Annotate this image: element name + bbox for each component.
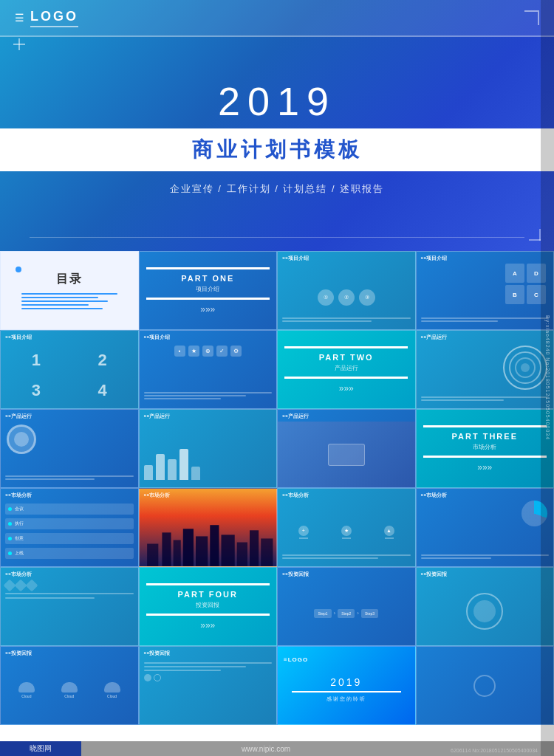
slide-text-lines3 xyxy=(421,395,550,402)
icons-row: ▪ ★ ⊕ ✓ ⚙ xyxy=(140,346,277,357)
subtitle-area: 企业宣传 / 工作计划 / 计划总结 / 述职报告 xyxy=(170,182,385,196)
right-watermark-bar: By:xiao48240 No:20180512150505400034 xyxy=(541,0,554,756)
slide-product-run-3: »»产品运行 xyxy=(139,409,278,488)
part-one-cn: 项目介绍 xyxy=(196,285,219,293)
part-two-bottom xyxy=(284,377,408,379)
svg-rect-5 xyxy=(210,525,219,566)
title-cn: 商业计划书模板 xyxy=(192,138,363,161)
nipic-area: www.nipic.com xyxy=(81,745,451,753)
slide-label: »»项目介绍 xyxy=(5,334,32,341)
menu-icon: ☰ xyxy=(15,12,24,24)
slide-market-3: »»市场分析 + ★ ▲ xyxy=(277,488,416,567)
icon-circle-1: + xyxy=(298,526,309,536)
icon-check: ✓ xyxy=(216,346,228,357)
svg-rect-9 xyxy=(261,538,273,566)
svg-rect-4 xyxy=(196,536,208,566)
slide-text-lines4 xyxy=(5,474,134,481)
thankyou-year: 2019 xyxy=(330,676,362,688)
slide-part-two: PART TWO 产品运行 »»» xyxy=(277,330,416,409)
logo-area: ☰ LOGO xyxy=(15,9,78,27)
part-three-chevrons: »»» xyxy=(477,462,492,472)
title-bar: 商业计划书模板 xyxy=(0,128,554,171)
invest-diagram xyxy=(466,593,503,630)
slide-label: »»投资回报 xyxy=(144,650,171,657)
slide-product-run-1: »»产品运行 xyxy=(416,330,555,409)
icon-bar-chart: ▪ xyxy=(174,346,185,357)
slide-blank xyxy=(416,646,555,725)
header: ☰ LOGO 2019 商业计划书模板 企业宣传 / 工作计划 / 计划总结 /… xyxy=(0,0,554,251)
xiaomao-text: 晓图网 xyxy=(30,743,52,754)
toc-items xyxy=(21,293,117,309)
id-watermark: 6206114 No:20180512150505400034 xyxy=(451,742,538,755)
market-content-5 xyxy=(5,581,134,641)
toc-title: 目录 xyxy=(56,272,83,287)
slide-project-intro-1: »»项目介绍 ① ② ③ xyxy=(277,251,416,330)
slide-label: »»产品运行 xyxy=(282,413,309,420)
svg-rect-0 xyxy=(147,544,158,566)
svg-rect-6 xyxy=(221,535,234,566)
cloud-3 xyxy=(104,682,120,693)
cloud-icons: Cloud Cloud Cloud xyxy=(5,660,134,720)
circle-photo xyxy=(7,425,36,454)
blank-content xyxy=(417,647,554,724)
slide-label: »»市场分析 xyxy=(282,492,309,499)
id-text: 6206114 No:20180512150505400034 xyxy=(451,748,538,753)
slide-city-photo: »»市场分析 xyxy=(139,488,278,567)
part-three-cn: 市场分析 xyxy=(473,443,496,451)
xiaomao-brand: 晓图网 xyxy=(0,741,81,756)
part-four-bottom xyxy=(146,614,270,616)
city-skyline xyxy=(140,514,277,566)
icon-star: ★ xyxy=(188,346,199,357)
slide-label: »»产品运行 xyxy=(144,413,171,420)
bullet xyxy=(8,522,12,526)
slide-project-intro-2: »»项目介绍 A D B C xyxy=(416,251,555,330)
slide-label: »»项目介绍 xyxy=(282,255,309,262)
slide-text-lines6 xyxy=(421,553,550,560)
slide-invest-3: »»投资回报 Cloud Cloud Cloud xyxy=(0,646,139,725)
slide-label: »»产品运行 xyxy=(421,334,448,341)
slide-invest-4: »»投资回报 xyxy=(139,646,278,725)
thankyou-text: 感谢您的聆听 xyxy=(326,695,366,703)
subtitle-text: 企业宣传 / 工作计划 / 计划总结 / 述职报告 xyxy=(170,183,385,194)
slide-text-lines2 xyxy=(421,316,550,323)
bullet xyxy=(8,507,12,511)
invest-content-2 xyxy=(421,581,550,641)
svg-rect-2 xyxy=(173,540,180,566)
icon-network: ⊕ xyxy=(202,346,213,357)
slide-invest-2: »»投资回报 xyxy=(416,567,555,646)
svg-rect-1 xyxy=(162,532,171,566)
slide-text-lines5 xyxy=(282,553,411,560)
cloud-2 xyxy=(61,682,78,693)
diamond-3 xyxy=(26,580,38,592)
toc-bullet xyxy=(16,267,21,272)
slide-label: »»项目介绍 xyxy=(421,255,448,262)
part-four-cn: 投资回报 xyxy=(196,601,219,609)
cloud-1 xyxy=(18,682,35,693)
slide-label: »»市场分析 xyxy=(421,492,448,499)
part-three-top xyxy=(423,425,547,427)
part-three-bottom xyxy=(423,456,547,458)
invest-content-4 xyxy=(144,660,273,720)
svg-rect-8 xyxy=(250,530,259,566)
part-two-cn: 产品运行 xyxy=(335,364,358,372)
cross-decoration-tl xyxy=(13,38,25,50)
slide-project-icons: »»项目介绍 ▪ ★ ⊕ ✓ ⚙ xyxy=(139,330,278,409)
svg-rect-3 xyxy=(182,529,193,566)
side-watermark-text: By:xiao48240 No:20180512150505400034 xyxy=(545,315,550,440)
slide-project-numbers: »»项目介绍 1 2 3 4 xyxy=(0,330,139,409)
header-line xyxy=(0,35,554,37)
slide-invest-1: »»投资回报 Step1 › Step2 › Step3 xyxy=(277,567,416,646)
numbers-grid: 1 2 3 4 xyxy=(1,343,138,408)
header-bottom-line xyxy=(30,237,524,238)
laptop-screen xyxy=(328,444,365,466)
slide-label: »»投资回报 xyxy=(421,571,448,578)
slide-part-four: PART FOUR 投资回报 »»» xyxy=(139,567,278,646)
bullet xyxy=(8,551,12,555)
slide-market-1: »»市场分析 会议 执行 创意 xyxy=(0,488,139,567)
main-wrapper: ☰ LOGO 2019 商业计划书模板 企业宣传 / 工作计划 / 计划总结 /… xyxy=(0,0,554,756)
header-top-bar: ☰ LOGO xyxy=(0,0,554,35)
slides-grid: 目录 PART ONE 项目介绍 »»» xyxy=(0,251,554,725)
slides-section: 目录 PART ONE 项目介绍 »»» xyxy=(0,251,554,756)
slide-market-5: »»市场分析 xyxy=(0,567,139,646)
slide-bars xyxy=(144,391,273,401)
